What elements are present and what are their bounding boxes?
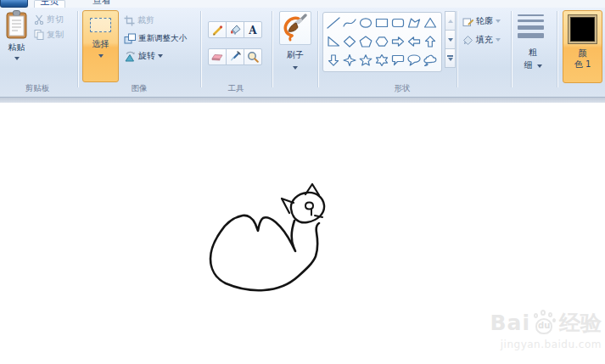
shape-curve-icon [343,17,356,29]
shape-rounded-rectangle-icon [391,17,405,29]
crop-label: 裁剪 [137,14,154,26]
watermark-du-text: du [538,321,550,330]
shape-callout-oval-icon [407,54,421,66]
shape-star-6-button[interactable] [373,51,389,70]
scissors-icon [34,14,44,25]
shape-diamond-button[interactable] [341,32,357,51]
paste-label: 粘贴 [8,42,25,53]
svg-text:A: A [248,25,257,36]
shapes-group-label: 形状 [377,83,428,94]
shape-rounded-rectangle-button[interactable] [389,14,406,32]
paste-button[interactable]: 粘贴 [2,10,31,81]
watermark-baidu-jingyan: Bai du 经验 jingyan.baidu.com [490,309,602,350]
shape-outline-button[interactable]: 轮廓 [462,14,501,28]
paint-canvas[interactable]: Bai du 经验 jingyan.baidu.com [0,103,605,364]
copy-label: 复制 [47,29,64,41]
shapes-gallery-scrollers [445,12,456,68]
shape-arrow-right-button[interactable] [389,32,406,51]
pencil-tool-button[interactable] [208,21,227,38]
paint-menu-button[interactable] [0,0,28,8]
group-separator [457,11,458,87]
color1-button[interactable]: 颜 色 1 [563,10,602,83]
tab-home[interactable]: 主页 [34,0,65,8]
tab-strip: 主页 查看 [0,0,605,8]
gallery-expand-icon [448,58,453,61]
line-thickness-icon [518,14,544,42]
shape-hexagon-button[interactable] [373,32,389,51]
shape-line-button[interactable] [325,14,341,32]
shape-fill-button[interactable]: 填充 [462,33,501,47]
shape-star-5-button[interactable] [357,51,373,70]
shape-curve-button[interactable] [341,14,357,32]
resize-label: 重新调整大小 [138,33,187,44]
fill-label: 填充 [476,34,493,46]
watermark-bai-text: Bai [490,311,531,335]
shape-right-triangle-icon [327,36,340,48]
size-label-line1: 粗 [529,48,537,57]
baidu-paw-icon: du [532,310,557,337]
brushes-dropdown-arrow[interactable] [293,66,298,70]
shape-callout-cloud-button[interactable] [422,51,438,70]
shape-arrow-left-button[interactable] [406,32,422,51]
cut-button[interactable]: 剪切 [34,13,64,26]
shape-arrow-down-button[interactable] [325,51,341,70]
eraser-tool-button[interactable] [208,48,227,65]
shape-ellipse-button[interactable] [357,14,373,32]
crop-icon [124,15,135,26]
shape-star-6-icon [375,54,389,66]
copy-button[interactable]: 复制 [34,28,64,42]
select-label: 选择 [92,38,109,50]
shape-polygon-icon [407,17,421,29]
canvas-drawing-camel [204,174,339,300]
rotate-dropdown-arrow[interactable] [158,54,163,58]
magnifier-tool-button[interactable] [244,48,262,65]
group-separator [317,11,319,87]
group-separator [272,11,273,87]
color-picker-tool-button[interactable] [226,48,244,65]
rotate-button[interactable]: 旋转 [124,49,163,63]
group-separator [77,11,79,87]
shape-star-5-icon [359,54,373,66]
eraser-icon [210,51,224,63]
tab-view[interactable]: 查看 [85,0,119,8]
shapes-scroll-up-button[interactable] [445,11,456,31]
paste-dropdown-arrow[interactable] [14,57,20,60]
brushes-button[interactable]: 刷子 [277,11,313,79]
shapes-scroll-down-button[interactable] [445,30,456,49]
shape-arrow-down-icon [327,54,340,66]
resize-button[interactable]: 重新调整大小 [124,31,187,45]
triangle-up-icon [448,20,453,23]
shape-arrow-up-button[interactable] [422,32,438,51]
shape-arrow-right-icon [391,36,405,48]
shape-triangle-icon [423,17,437,29]
text-tool-button[interactable]: A [244,21,262,38]
fill-icon [462,35,473,46]
shape-star-4-button[interactable] [341,51,357,70]
shape-line-icon [327,17,340,29]
size-button[interactable]: 粗 细 [520,45,546,70]
fill-with-color-tool-button[interactable] [226,21,244,38]
group-separator [557,11,558,87]
resize-icon [124,33,136,44]
select-dropdown-arrow[interactable] [98,54,104,58]
outline-dropdown-arrow[interactable] [496,20,501,23]
shape-rectangle-button[interactable] [373,14,389,32]
shape-arrow-left-icon [407,36,421,48]
size-dropdown-arrow[interactable] [537,64,542,68]
shape-callout-oval-button[interactable] [406,51,422,70]
shape-pentagon-button[interactable] [357,32,373,51]
shape-triangle-button[interactable] [422,14,438,32]
fill-dropdown-arrow[interactable] [496,38,501,42]
group-separator [511,11,513,87]
shape-right-triangle-button[interactable] [325,32,341,51]
color1-label-line1: 颜 [578,48,586,58]
ribbon: 粘贴 剪切 复制 剪贴板 选择 [0,8,605,98]
shape-polygon-button[interactable] [406,14,422,32]
crop-button[interactable]: 裁剪 [124,14,154,27]
tools-group-label: 工具 [210,83,261,94]
shape-callout-rounded-rectangle-button[interactable] [389,51,406,70]
watermark-jingyan-text: 经验 [559,309,602,337]
select-button[interactable]: 选择 [82,10,119,82]
shapes-gallery-expand-button[interactable] [445,48,456,68]
shapes-grid [325,14,440,70]
